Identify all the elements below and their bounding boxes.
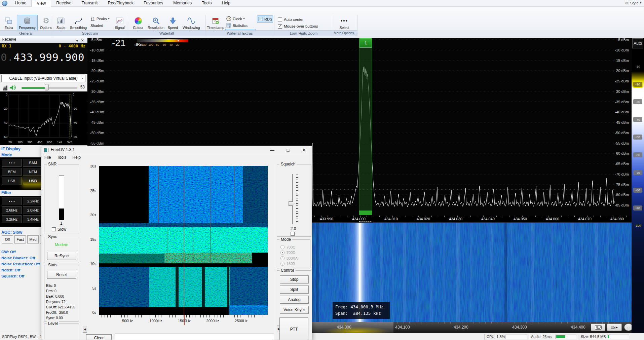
maximize-icon[interactable]: □ [280, 146, 296, 154]
close-icon[interactable]: ✕ [296, 146, 312, 154]
dsp-status-line[interactable]: Noise Reduction: Off [1, 261, 40, 267]
frequency-display[interactable]: RX 1 0 - 4000 Hz 0.433.999.900 [0, 43, 87, 74]
dbm-label: -30 dBm [615, 89, 629, 93]
filter-section-label[interactable]: Filter [1, 190, 11, 195]
mouse-over-buttons-checkbox[interactable]: Mouse-over buttons [278, 23, 318, 30]
level-chip[interactable]: -30 [633, 99, 642, 104]
snr-slow-checkbox[interactable]: Slow [52, 227, 66, 232]
sync-status: Modem [44, 242, 79, 247]
mode-button[interactable]: LSB [2, 177, 22, 185]
level-chip[interactable]: -50 [633, 135, 642, 140]
control-button[interactable]: Split [280, 286, 309, 294]
filter-button[interactable]: 2.6kHz [2, 206, 22, 214]
agc-button[interactable]: Off [2, 235, 13, 243]
mode-button[interactable]: USB [23, 177, 43, 185]
menu-item[interactable]: File [41, 154, 54, 161]
history-chart-icon [116, 16, 124, 26]
ribbon-tab[interactable]: Memories [168, 0, 197, 7]
dsp-status-line[interactable]: CW: Off [1, 249, 40, 255]
speaker-icon[interactable] [9, 84, 16, 92]
level-chip[interactable]: -80 [633, 188, 642, 193]
ribbon-tab[interactable]: Help [217, 0, 235, 7]
filter-button[interactable]: • • • [2, 197, 22, 205]
keyboard-entry-button[interactable] [591, 324, 605, 331]
freedv-waterfall[interactable] [99, 166, 268, 315]
audio-device-dropdown[interactable]: CABLE Input (VB-Audio Virtual Cable) ▾ [1, 75, 85, 82]
filter-button[interactable]: 2.8kHz [23, 206, 43, 214]
ribbon-tab[interactable]: Home [10, 0, 31, 7]
ribbon-tab[interactable]: Transmit [76, 0, 103, 7]
meter-bars-icon[interactable] [2, 84, 8, 92]
filter-button[interactable]: 3.4kHz [23, 215, 43, 223]
mode-section-label[interactable]: Mode [1, 153, 12, 157]
calendar-icon: 15 [212, 16, 220, 26]
control-button[interactable]: Stop [280, 275, 309, 284]
frequency-digits[interactable]: 0.433.999.900 [1, 51, 84, 63]
tab-scroll-left-icon[interactable]: ◀ [83, 326, 87, 333]
volume-slider[interactable] [22, 87, 77, 89]
auto-center-checkbox[interactable]: Auto center [278, 16, 318, 23]
agc-label[interactable]: AGC: Slow [1, 230, 22, 235]
filter-button[interactable]: 2.2kHz [23, 197, 43, 205]
control-button[interactable]: Analog [280, 296, 309, 304]
checkbox-icon [278, 17, 282, 22]
dsp-status-line[interactable]: Squelch: Off [1, 273, 40, 279]
group-label-more-options: More Options... [333, 30, 357, 36]
ptt-button[interactable]: PTT [279, 317, 308, 340]
ribbon-tab[interactable]: Rec/Playback [103, 0, 139, 7]
ribbon-tab[interactable]: Tools [197, 0, 217, 7]
dsp-status-line[interactable]: Notch: Off [1, 267, 40, 273]
reset-button[interactable]: Reset [47, 271, 76, 279]
level-chip[interactable]: -90 [633, 205, 642, 211]
resync-button[interactable]: ReSync [47, 252, 76, 260]
ribbon-tab[interactable]: Favourites [139, 0, 168, 7]
level-chip[interactable]: -70 [633, 170, 642, 175]
rds-button[interactable]: RDS [257, 15, 273, 23]
mode-button[interactable]: BFM [2, 168, 22, 176]
ribbon-tab[interactable]: Receive [51, 0, 76, 7]
minimize-icon[interactable]: — [264, 146, 280, 154]
clock-button[interactable]: Clock ▾ [225, 15, 256, 22]
level-chip[interactable]: -40 [633, 117, 642, 122]
shaded-button[interactable]: Shaded [89, 22, 112, 29]
pan-button[interactable]: ↔ [624, 324, 632, 331]
squelch-checkbox[interactable] [291, 232, 295, 236]
mode-radio[interactable]: 700C [280, 244, 295, 250]
volume-slider-thumb[interactable] [45, 84, 49, 90]
menu-item[interactable]: Tools [54, 154, 69, 161]
rx-channel-marker[interactable]: 1 [359, 38, 372, 48]
mode-button[interactable]: • • • [2, 159, 22, 167]
frequency-label: 434.080 [610, 217, 624, 221]
colorbar-tick-label: -100 [147, 43, 153, 46]
zoom-button[interactable]: x5 ▶ [607, 324, 622, 331]
mode-radio[interactable]: 1600 [280, 261, 295, 266]
filter-button[interactable]: 3.2kHz [2, 215, 22, 223]
colorbar-marker-icon[interactable] [178, 40, 179, 41]
level-chip[interactable]: -20 [633, 82, 642, 87]
dsp-status-line[interactable]: Noise Blanker: Off [1, 255, 40, 261]
waterfall-colorbar[interactable] [137, 39, 188, 42]
agc-button[interactable]: Med [27, 235, 39, 243]
peaks-button[interactable]: Peaks ▾ [89, 15, 112, 22]
frequency-label: 434.020 [417, 217, 430, 221]
freedv-text-field[interactable] [115, 334, 274, 340]
style-menu[interactable]: ⚙ Style ▾ [625, 1, 641, 5]
mode-radio[interactable]: 700D [280, 250, 295, 255]
level-chip[interactable]: -10 [633, 64, 642, 69]
stats-group: Stats Reset Bits: 0Errs: 0BER: 0.000Resy… [44, 265, 79, 322]
squelch-slider-thumb[interactable] [289, 201, 295, 206]
mode-button[interactable]: NFM [23, 168, 43, 176]
app-menu-button[interactable] [2, 1, 7, 6]
control-button[interactable]: Voice Keyer [280, 306, 309, 314]
level-chip[interactable]: -100 [633, 223, 642, 228]
freedv-waterfall-plot [99, 166, 268, 315]
level-chip[interactable]: -60 [633, 152, 642, 157]
mode-button[interactable]: SAM [23, 159, 43, 167]
clear-button[interactable]: Clear [86, 334, 112, 340]
ribbon-tab[interactable]: View [31, 0, 51, 7]
statistics-button[interactable]: 9 Statistics [225, 22, 256, 29]
mode-radio[interactable]: 800XA [280, 256, 298, 261]
agc-button[interactable]: Fast [14, 235, 26, 243]
if-display-label[interactable]: IF Display [1, 147, 21, 151]
squelch-slider-track[interactable] [292, 174, 293, 224]
